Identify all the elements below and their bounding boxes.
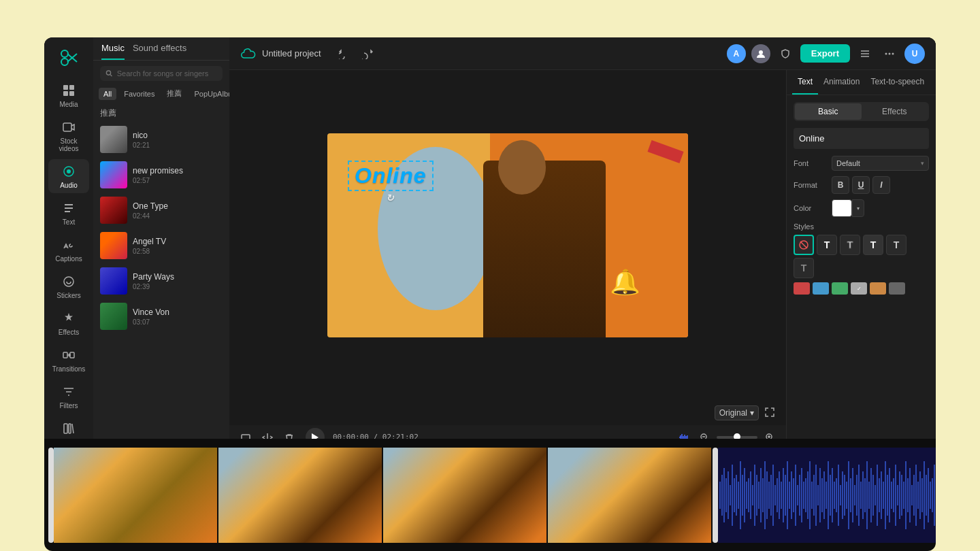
view-mode-select[interactable]: Original ▾: [715, 405, 759, 420]
basic-effects-toggle: Basic Effects: [794, 102, 929, 121]
sidebar-item-filters[interactable]: Filters: [48, 380, 89, 414]
style-1[interactable]: T: [817, 235, 837, 255]
timeline-section: 00:00:00 / 02:21:02: [229, 425, 786, 514]
svg-point-0: [61, 50, 68, 57]
fullscreen-button[interactable]: [764, 407, 775, 420]
undo-button[interactable]: [335, 44, 354, 63]
filter-recommended[interactable]: 推薦: [162, 86, 186, 101]
waveform-icon[interactable]: [676, 429, 692, 446]
style-color-green[interactable]: [832, 282, 848, 295]
video-text-overlay[interactable]: Online ↻: [348, 161, 434, 191]
zoom-out-icon[interactable]: [696, 429, 713, 446]
search-icon: [105, 69, 113, 78]
basic-button[interactable]: Basic: [795, 103, 862, 120]
ruler-mark-1: 00:03: [348, 455, 363, 462]
timeline-tracks: 00:00 00:03 00:06 00:09 00:12 Online: [229, 450, 786, 514]
track-thumbnail: [100, 197, 127, 224]
strip-handle-right[interactable]: [713, 448, 718, 543]
sidebar-item-effects[interactable]: Effects: [48, 306, 89, 340]
avatar-secondary: [751, 44, 770, 63]
sidebar-item-audio[interactable]: Audio: [48, 159, 89, 193]
sidebar-item-transitions[interactable]: Transitions: [48, 343, 89, 377]
svg-rect-12: [63, 352, 67, 358]
style-5[interactable]: T: [794, 258, 814, 278]
tab-text[interactable]: Text: [792, 70, 818, 95]
filter-all[interactable]: All: [99, 88, 116, 100]
style-2[interactable]: T: [840, 235, 860, 255]
text-preview-box[interactable]: Online: [794, 128, 929, 149]
sidebar-item-captions[interactable]: Captions: [48, 233, 89, 267]
style-color-gray[interactable]: [889, 282, 905, 295]
sidebar-item-label-filters: Filters: [59, 402, 78, 410]
svg-rect-5: [69, 85, 74, 90]
bold-button[interactable]: B: [832, 176, 849, 194]
sidebar-item-label-stock: Stock videos: [54, 137, 84, 152]
tab-sound-effects[interactable]: Sound effects: [133, 43, 186, 60]
tab-music[interactable]: Music: [101, 43, 125, 60]
export-button[interactable]: Export: [800, 44, 850, 63]
tab-tts[interactable]: Text-to-speech: [865, 70, 930, 95]
timeline-delete-icon[interactable]: [281, 429, 297, 446]
svg-rect-4: [63, 85, 68, 90]
filter-favorites[interactable]: Favorites: [119, 88, 159, 100]
list-item[interactable]: Party Ways 02:39: [93, 263, 229, 299]
color-dropdown[interactable]: ▾: [852, 199, 864, 217]
list-item[interactable]: Vince Von 03:07: [93, 299, 229, 334]
ruler-mark-2: 00:06: [450, 455, 466, 462]
play-button[interactable]: [306, 428, 325, 447]
filter-bar: All Favorites 推薦 PopUpAlbum ▾: [93, 86, 229, 105]
track-name: nico: [133, 131, 223, 140]
sidebar-item-media[interactable]: Media: [48, 78, 89, 112]
video-strip[interactable]: [246, 496, 786, 514]
rotate-handle[interactable]: ↻: [386, 193, 395, 203]
tab-animation[interactable]: Animation: [818, 70, 865, 95]
style-color-orange[interactable]: [870, 282, 886, 295]
filter-popupalbum[interactable]: PopUpAlbum: [189, 88, 229, 100]
search-input[interactable]: [117, 69, 217, 78]
underline-button[interactable]: U: [852, 176, 870, 194]
list-item[interactable]: new promises 02:57: [93, 157, 229, 193]
timeline-clip-icon[interactable]: [238, 429, 254, 446]
list-item[interactable]: nico 02:21: [93, 122, 229, 157]
style-color-red[interactable]: [794, 282, 810, 295]
list-item[interactable]: One Type 02:44: [93, 193, 229, 228]
sidebar-item-library[interactable]: Library: [48, 416, 89, 450]
format-buttons: B U I: [832, 176, 890, 194]
sidebar-item-text[interactable]: Text: [48, 196, 89, 230]
user-avatar[interactable]: U: [904, 44, 925, 64]
style-3[interactable]: T: [863, 235, 883, 255]
color-label: Color: [794, 204, 826, 212]
content-area: 🔔 Online ↻ Original ▾: [229, 70, 936, 514]
redo-button[interactable]: [358, 44, 377, 63]
style-color-check[interactable]: ✓: [851, 282, 867, 295]
sidebar-item-stock-videos[interactable]: Stock videos: [48, 115, 89, 156]
style-4[interactable]: T: [886, 235, 906, 255]
italic-button[interactable]: I: [872, 176, 890, 194]
track-thumbnail: [100, 232, 127, 259]
track-duration: 02:58: [133, 248, 223, 255]
sidebar-item-stickers[interactable]: Stickers: [48, 269, 89, 303]
more-options-icon[interactable]: [880, 44, 899, 63]
style-none[interactable]: [794, 235, 814, 255]
top-bar-left: Untitled project: [240, 46, 321, 62]
audio-clip[interactable]: [229, 482, 352, 496]
project-name: Untitled project: [262, 48, 321, 59]
track-name: Party Ways: [133, 272, 223, 282]
video-preview: 🔔 Online ↻: [229, 70, 786, 401]
list-item[interactable]: Angel TV 02:58: [93, 228, 229, 263]
zoom-in-icon[interactable]: [762, 429, 778, 446]
style-color-blue[interactable]: [813, 282, 829, 295]
zoom-slider-container[interactable]: [717, 436, 757, 439]
format-label: Format: [794, 181, 826, 189]
timeline-split-icon[interactable]: [259, 429, 276, 446]
strip-handle-left[interactable]: [48, 448, 54, 543]
effects-button[interactable]: Effects: [862, 103, 928, 120]
playhead[interactable]: [246, 463, 247, 514]
font-row: Font Default ▾: [794, 156, 929, 171]
playhead-handle[interactable]: [243, 463, 250, 469]
font-select[interactable]: Default ▾: [832, 156, 929, 171]
transitions-icon: [61, 347, 77, 363]
svg-point-18: [885, 52, 887, 54]
stock-videos-icon: [61, 119, 77, 135]
color-swatch[interactable]: [832, 199, 852, 217]
